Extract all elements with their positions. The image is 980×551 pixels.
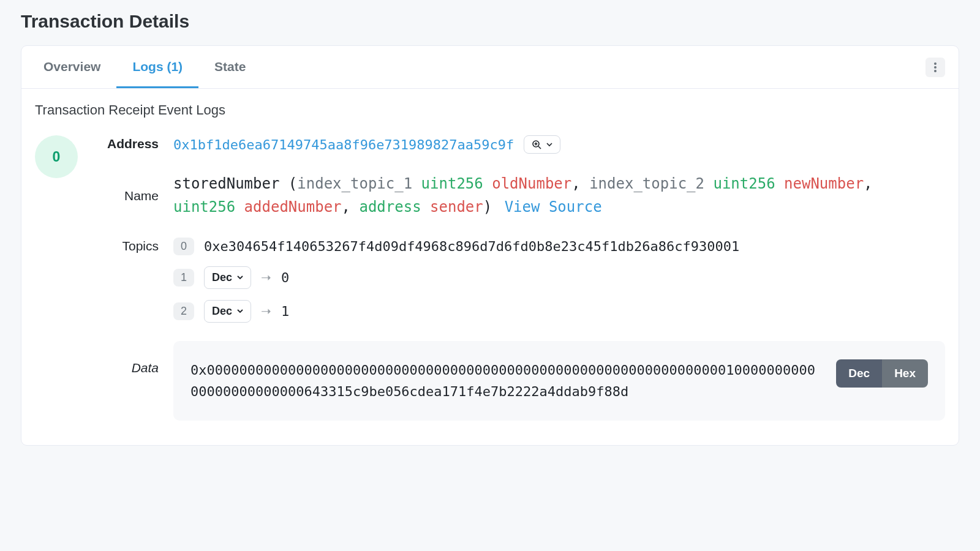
data-toggle-hex[interactable]: Hex xyxy=(882,359,928,388)
view-source-link[interactable]: View Source xyxy=(505,198,602,216)
page-title: Transaction Details xyxy=(21,11,959,32)
topic-row-1: 1 Dec ➝ 0 xyxy=(173,266,945,289)
svg-point-2 xyxy=(934,70,937,72)
log-index-badge: 0 xyxy=(35,135,78,178)
data-toggle-dec[interactable]: Dec xyxy=(836,359,882,388)
tabs: Overview Logs (1) State xyxy=(21,46,959,89)
label-address: Address xyxy=(91,135,159,154)
log-data-block: 0x00000000000000000000000000000000000000… xyxy=(173,341,945,421)
event-signature: storedNumber (index_topic_1 uint256 oldN… xyxy=(173,172,896,219)
details-card: Overview Logs (1) State Transaction Rece… xyxy=(21,45,959,446)
more-menu-button[interactable] xyxy=(925,58,945,77)
topic-row-0: 0 0xe304654f140653267f4d09df4968c896d7d6… xyxy=(173,238,945,255)
address-match-dropdown[interactable] xyxy=(524,135,560,154)
svg-point-0 xyxy=(934,62,937,65)
topic-value: 0xe304654f140653267f4d09df4968c896d7d6fd… xyxy=(204,239,739,254)
sig-fn: storedNumber xyxy=(173,175,279,192)
svg-point-1 xyxy=(934,66,937,69)
data-format-toggle: Dec Hex xyxy=(836,359,928,388)
chevron-down-icon xyxy=(237,308,243,314)
chevron-down-icon xyxy=(237,274,243,280)
topic-index: 2 xyxy=(173,302,194,320)
label-data: Data xyxy=(91,341,159,421)
section-heading: Transaction Receipt Event Logs xyxy=(35,102,945,118)
tab-overview[interactable]: Overview xyxy=(35,46,116,88)
svg-line-4 xyxy=(538,146,541,149)
topics-list: 0 0xe304654f140653267f4d09df4968c896d7d6… xyxy=(173,238,945,323)
log-data-value: 0x00000000000000000000000000000000000000… xyxy=(190,359,821,402)
topic-index: 0 xyxy=(173,238,194,255)
label-topics: Topics xyxy=(91,238,159,323)
label-name: Name xyxy=(91,187,159,203)
arrow-right-icon: ➝ xyxy=(261,270,271,285)
topic-format-select[interactable]: Dec xyxy=(204,266,251,289)
topic-decoded-value: 0 xyxy=(281,270,289,285)
chevron-down-icon xyxy=(546,141,552,148)
tab-logs[interactable]: Logs (1) xyxy=(116,46,198,88)
topic-index: 1 xyxy=(173,269,194,287)
tab-state[interactable]: State xyxy=(198,46,262,88)
topic-row-2: 2 Dec ➝ 1 xyxy=(173,300,945,323)
arrow-right-icon: ➝ xyxy=(261,304,271,318)
contract-address-link[interactable]: 0x1bf1de6ea67149745aa8f96e731989827aa59c… xyxy=(173,137,514,152)
log-entry: 0 Address 0x1bf1de6ea67149745aa8f96e7319… xyxy=(35,135,945,421)
topic-format-select[interactable]: Dec xyxy=(204,300,251,323)
kebab-icon xyxy=(934,62,937,72)
search-plus-icon xyxy=(532,140,541,149)
topic-decoded-value: 1 xyxy=(281,304,289,319)
